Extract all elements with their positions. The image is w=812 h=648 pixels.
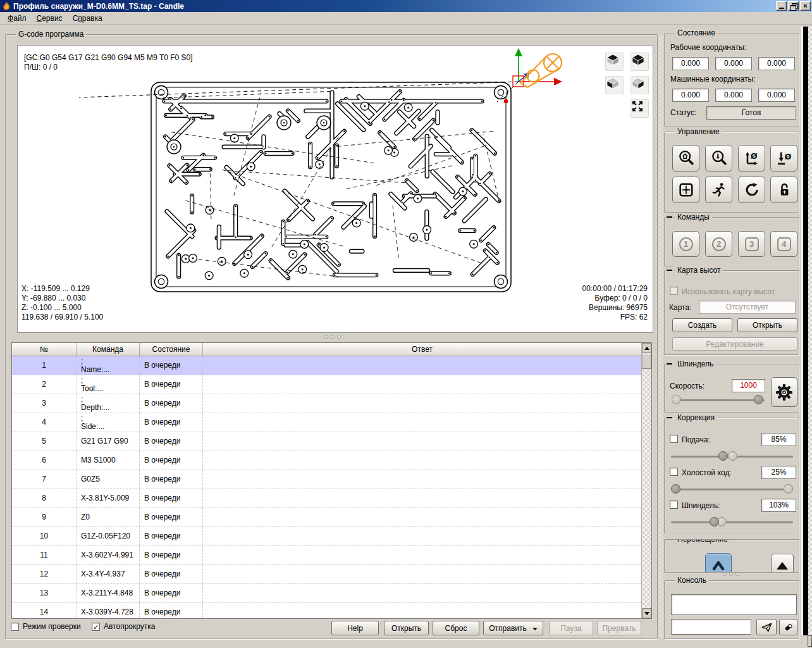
close-button[interactable]: × (800, 1, 811, 11)
table-row[interactable]: 11X-3.602Y-4.991В очереди (12, 546, 641, 565)
table-row[interactable]: 9Z0В очереди (12, 508, 641, 527)
z-probe-button[interactable] (705, 145, 732, 171)
table-row[interactable]: 2; Tool:...В очереди (12, 375, 641, 394)
open-heightmap-button[interactable]: Открыть (737, 318, 797, 332)
feed-override-slider[interactable] (670, 451, 794, 461)
autoscroll-checkbox[interactable] (92, 623, 100, 631)
use-heightmap-checkbox[interactable] (670, 287, 678, 295)
minimize-button[interactable] (776, 1, 787, 11)
table-row[interactable]: 14X-3.039Y-4.728В очереди (12, 603, 641, 618)
commands-collapse-button[interactable] (665, 213, 674, 221)
table-row[interactable]: 12X-3.4Y-4.937В очереди (12, 565, 641, 584)
panel-scrollbar-track[interactable] (808, 27, 812, 635)
splitter-handle[interactable] (324, 335, 341, 339)
abort-button[interactable]: Прервать (597, 621, 641, 635)
open-file-button[interactable]: Открыть (384, 621, 429, 635)
table-row[interactable]: 6M3 S1000В очереди (12, 451, 641, 470)
reset-file-button[interactable]: Сброс (433, 621, 479, 635)
map-name-field[interactable]: Отсутствует (699, 301, 796, 314)
unlock-button[interactable] (770, 177, 797, 203)
jog-up-button[interactable] (771, 554, 794, 573)
table-row[interactable]: 4; Side:...В очереди (12, 413, 641, 432)
override-collapse-button[interactable] (665, 414, 674, 421)
spindle-speed-slider[interactable] (671, 395, 766, 405)
check-mode-checkbox[interactable] (11, 623, 19, 631)
send-button[interactable]: Отправить (483, 621, 543, 635)
scroll-up-button[interactable] (642, 343, 651, 353)
spindle-slider-min-handle[interactable] (672, 395, 681, 404)
paper-plane-icon (761, 621, 773, 633)
column-response[interactable]: Ответ (203, 343, 641, 356)
visualizer[interactable]: [GC:G0 G54 G17 G21 G90 G94 M5 M9 T0 F0 S… (17, 45, 653, 333)
user-command-2-button[interactable]: 2 (705, 231, 732, 257)
jog-step-up-button[interactable] (705, 553, 732, 573)
rapid-override-slider[interactable] (670, 484, 794, 494)
restore-origin-button[interactable] (672, 177, 699, 203)
scroll-thumb[interactable] (642, 354, 651, 369)
right-splitter-handle[interactable] (723, 572, 739, 576)
table-row[interactable]: 5G21 G17 G90В очереди (12, 432, 641, 451)
gcode-table[interactable]: № Команда Состояние Ответ 1; Name:...В о… (11, 342, 652, 619)
table-row[interactable]: 8X-3.81Y-5.009В очереди (12, 489, 641, 508)
home-search-button[interactable] (672, 145, 699, 171)
user-command-4-button[interactable]: 4 (770, 231, 797, 257)
menu-service[interactable]: Сервис (32, 13, 68, 24)
user-command-1-button[interactable]: 1 (672, 231, 699, 257)
zero-z-button[interactable]: Ø (770, 145, 797, 171)
table-cell: В очереди (140, 603, 203, 618)
table-cell (203, 394, 641, 413)
heightmap-collapse-button[interactable] (665, 266, 674, 274)
titlebar: Профиль снаружи_M-D0.6MM_TS.tap - Candle… (0, 0, 812, 12)
restore-button[interactable] (788, 1, 799, 11)
menu-help[interactable]: Справка (68, 13, 108, 24)
feed-target-handle[interactable] (728, 451, 737, 461)
column-command[interactable]: Команда (77, 343, 140, 356)
safe-position-button[interactable] (705, 177, 732, 203)
rapid-target-handle[interactable] (784, 484, 793, 494)
console-clear-button[interactable] (779, 619, 797, 635)
send-dropdown-arrow-icon[interactable] (532, 628, 538, 633)
table-cell: В очереди (140, 489, 203, 508)
view-isometric-button[interactable] (631, 53, 649, 71)
jog-group-title: Перемещение (675, 539, 730, 544)
user-command-3-button[interactable]: 3 (738, 231, 765, 257)
zero-xy-button[interactable]: Ø (738, 145, 765, 171)
fit-view-button[interactable] (631, 99, 649, 118)
pause-button[interactable]: Пауза (549, 621, 593, 635)
rapid-current-handle[interactable] (671, 484, 680, 494)
table-row[interactable]: 7G0Z5В очереди (12, 470, 641, 489)
view-top-button[interactable] (605, 53, 624, 71)
create-heightmap-button[interactable]: Создать (672, 318, 732, 332)
spindle-collapse-button[interactable] (665, 360, 674, 368)
spindle-override-checkbox[interactable] (670, 501, 678, 509)
spindle-speed-field[interactable]: 1000 (732, 379, 765, 392)
jog-collapse-button[interactable] (665, 539, 674, 543)
spindle-override-slider[interactable] (670, 517, 794, 527)
table-row[interactable]: 1; Name:...В очереди (12, 356, 641, 375)
spindle-ovr-current-handle[interactable] (710, 517, 719, 526)
help-button[interactable]: Help (331, 621, 379, 635)
reset-button[interactable] (738, 177, 765, 203)
spindle-slider-handle[interactable] (754, 395, 763, 404)
menu-file[interactable]: Файл (3, 13, 32, 24)
column-number[interactable]: № (12, 343, 77, 356)
table-row[interactable]: 13X-3.211Y-4.848В очереди (12, 584, 641, 603)
console-input[interactable] (671, 619, 751, 635)
view-left-button[interactable] (631, 76, 649, 94)
main-splitter[interactable] (659, 35, 663, 638)
column-state[interactable]: Состояние (140, 343, 203, 356)
scroll-down-button[interactable] (642, 608, 651, 618)
table-row[interactable]: 10G1Z-0.05F120В очереди (12, 527, 641, 546)
table-scrollbar[interactable] (641, 343, 651, 618)
autoscroll-label: Автопрокрутка (104, 622, 155, 631)
feed-current-handle[interactable] (718, 451, 728, 461)
search-home-icon (677, 149, 695, 167)
edit-heightmap-button[interactable]: Редактирование (672, 337, 797, 351)
table-row[interactable]: 3; Depth:...В очереди (12, 394, 641, 413)
feed-override-checkbox[interactable] (670, 435, 678, 443)
console-send-button[interactable] (756, 619, 777, 635)
spindle-toggle-button[interactable] (771, 377, 797, 407)
console-output[interactable] (671, 594, 797, 615)
view-front-button[interactable] (605, 76, 624, 94)
rapid-override-checkbox[interactable] (670, 468, 678, 476)
